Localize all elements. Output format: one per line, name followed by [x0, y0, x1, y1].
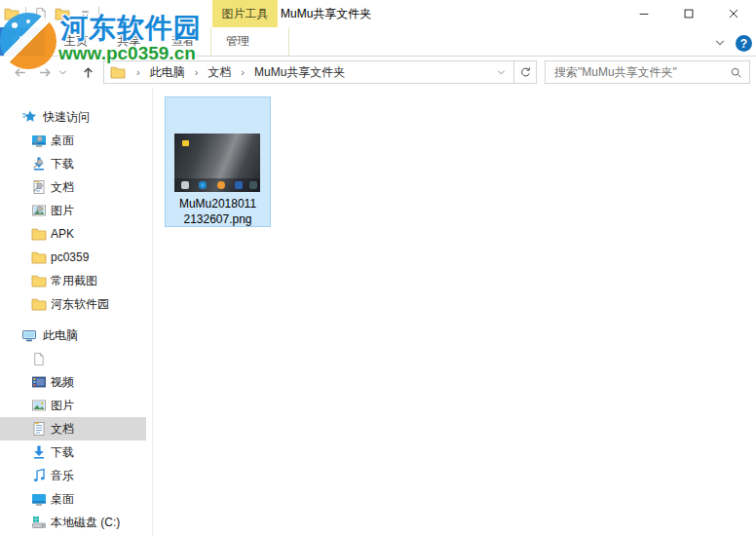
navigation-pane: 快速访问 桌面 下载 文档 图片 APK pc0359 常用截图 河东软件园 此…	[0, 88, 153, 536]
picture-icon	[31, 398, 47, 413]
disk-icon	[31, 515, 47, 530]
pin-icon[interactable]	[31, 134, 45, 147]
sidebar-item-label: 桌面	[51, 133, 74, 149]
file-list-area[interactable]: MuMu2018011 2132607.png	[154, 88, 756, 536]
image-thumbnail	[174, 134, 260, 192]
sidebar-item-downloads-pc[interactable]: 下载	[0, 440, 146, 464]
tab-share[interactable]: 共享	[117, 27, 140, 56]
sidebar-item-label: 桌面	[51, 491, 74, 508]
folder-icon	[31, 273, 47, 288]
sidebar-item-label: 快速访问	[43, 109, 90, 126]
sidebar-item-blank[interactable]	[0, 347, 146, 370]
sidebar-item-documents-pc[interactable]: 文档	[0, 417, 146, 440]
thumbnail-dock-icon	[181, 181, 189, 189]
desktop-icon	[31, 491, 47, 507]
refresh-button[interactable]	[514, 60, 537, 84]
sidebar-item-label: 常用截图	[51, 273, 97, 289]
sidebar-item-this-pc[interactable]: 此电脑	[0, 324, 146, 347]
chevron-down-icon	[57, 67, 68, 78]
toolbar-divider	[25, 7, 26, 20]
thumbnail-dock-icon	[235, 181, 243, 189]
pc-icon	[21, 327, 37, 343]
folder-icon[interactable]	[110, 64, 126, 80]
breadcrumb-current-folder[interactable]: MuMu共享文件夹	[251, 64, 348, 81]
window-controls	[622, 0, 756, 27]
sidebar-item-downloads[interactable]: 下载	[0, 152, 146, 175]
up-button[interactable]	[76, 60, 99, 84]
sidebar-item-pc0359[interactable]: pc0359	[0, 246, 146, 269]
sidebar-item-desktop[interactable]: 桌面	[0, 129, 146, 152]
sidebar-item-quick-access[interactable]: 快速访问	[0, 105, 146, 129]
sidebar-item-hedong[interactable]: 河东软件园	[0, 292, 146, 316]
sidebar-item-screenshots[interactable]: 常用截图	[0, 269, 146, 292]
sidebar-item-pictures-pc[interactable]: 图片	[0, 394, 146, 417]
file-item-selected[interactable]: MuMu2018011 2132607.png	[165, 96, 271, 227]
folder-icon	[31, 249, 47, 265]
pin-icon[interactable]	[31, 204, 45, 217]
minimize-icon	[637, 7, 651, 20]
sidebar-item-label: 文档	[51, 179, 74, 196]
sidebar-item-pictures[interactable]: 图片	[0, 199, 146, 222]
sidebar-item-music[interactable]: 音乐	[0, 464, 146, 487]
maximize-button[interactable]	[666, 0, 711, 27]
sidebar-item-label: APK	[51, 227, 74, 241]
folder-icon	[4, 6, 19, 21]
new-folder-button[interactable]	[31, 5, 49, 22]
thumbnail-app-icon	[182, 140, 189, 146]
sidebar-item-label: 此电脑	[43, 327, 78, 344]
window-title: MuMu共享文件夹	[281, 0, 371, 27]
back-icon	[12, 64, 28, 81]
navigation-bar: › 此电脑 › 文档 › MuMu共享文件夹	[0, 57, 756, 88]
contextual-group-divider	[210, 27, 211, 56]
sidebar-item-label: 视频	[51, 374, 74, 391]
breadcrumb-separator-icon: ›	[188, 66, 206, 78]
search-input[interactable]	[546, 65, 730, 79]
tab-view[interactable]: 查看	[171, 27, 195, 56]
tab-manage[interactable]: 管理	[226, 27, 249, 56]
address-dropdown-button[interactable]	[496, 67, 513, 78]
breadcrumb-separator-icon: ›	[234, 66, 251, 78]
sidebar-item-desktop-pc[interactable]: 桌面	[0, 487, 146, 511]
recent-locations-button[interactable]	[55, 60, 70, 84]
sidebar-item-label: 图片	[51, 203, 74, 219]
sidebar-item-apk[interactable]: APK	[0, 222, 146, 246]
folder-properties-button[interactable]	[3, 5, 20, 22]
tab-home[interactable]: 主页	[64, 27, 88, 56]
close-button[interactable]	[711, 0, 756, 27]
qat-dropdown-icon	[79, 8, 92, 20]
sidebar-item-label: 下载	[51, 156, 74, 172]
sidebar-item-label: 文档	[51, 421, 74, 438]
minimize-button[interactable]	[622, 0, 666, 27]
sidebar-item-local-disk-c[interactable]: 本地磁盘 (C:)	[0, 511, 146, 534]
breadcrumb-this-pc[interactable]: 此电脑	[147, 64, 188, 81]
help-button[interactable]	[736, 35, 752, 52]
sidebar-item-label: pc0359	[51, 250, 89, 264]
contextual-tab-picture-tools[interactable]: 图片工具	[212, 0, 278, 27]
folder-icon	[31, 296, 47, 312]
ribbon-tab-row: 文件 主页 共享 查看 管理	[0, 27, 756, 57]
thumbnail-dock-icon	[249, 181, 257, 189]
file-menu-button[interactable]: 文件	[0, 27, 45, 56]
sidebar-item-documents[interactable]: 文档	[0, 175, 146, 199]
document-icon	[31, 421, 47, 437]
search-button[interactable]	[730, 66, 749, 79]
forward-button[interactable]	[33, 60, 57, 84]
thumbnail-dock-icon	[199, 181, 207, 189]
refresh-icon	[519, 66, 532, 79]
customize-qat-button[interactable]	[76, 5, 94, 22]
sidebar-item-label: 下载	[51, 444, 74, 461]
quick-access-star-icon	[21, 109, 37, 125]
address-bar[interactable]: › 此电脑 › 文档 › MuMu共享文件夹	[103, 60, 514, 84]
contextual-group-divider	[288, 27, 289, 56]
pin-icon[interactable]	[31, 157, 45, 171]
back-button[interactable]	[8, 60, 31, 84]
file-name-line1: MuMu2018011	[166, 196, 270, 211]
qat-folder-button[interactable]	[54, 5, 71, 22]
sidebar-item-videos[interactable]: 视频	[0, 370, 146, 394]
folder-icon	[31, 226, 47, 242]
pin-icon[interactable]	[31, 180, 45, 194]
maximize-icon	[682, 7, 696, 20]
thumbnail-dock-icon	[217, 181, 225, 189]
expand-ribbon-button[interactable]	[713, 37, 727, 49]
breadcrumb-documents[interactable]: 文档	[205, 64, 234, 81]
